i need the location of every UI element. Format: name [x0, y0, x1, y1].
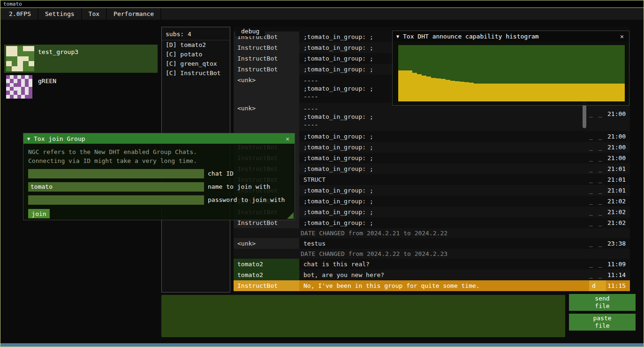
histogram-bin: [559, 84, 563, 101]
message-text: No, I've been in this group for quite so…: [301, 280, 581, 291]
join-window-body: NGC refers to the New DHT enabled Group …: [23, 144, 295, 220]
histogram-bin: [464, 82, 469, 101]
join-name-input[interactable]: [28, 182, 204, 192]
bottom-border-strip: [0, 343, 644, 347]
window-title: tomato: [3, 1, 22, 7]
message-author: InstructBot: [234, 280, 299, 291]
join-window-titlebar[interactable]: ▼ Tox join Group ✕: [23, 133, 295, 144]
menubar: 2.0FPSSettingsToxPerformance: [0, 8, 644, 20]
histogram-bin: [540, 84, 545, 101]
histogram-bin: [611, 84, 615, 101]
histogram-window-titlebar[interactable]: ▼ Tox DHT announce capability histogram …: [393, 31, 629, 41]
histogram-bin: [460, 82, 464, 101]
histogram-bin: [441, 79, 446, 101]
tab-debug[interactable]: debug: [235, 27, 265, 36]
paste-file-button[interactable]: paste file: [569, 314, 636, 331]
histogram-window: ▼ Tox DHT announce capability histogram …: [392, 31, 629, 106]
group-name: test_group3: [38, 48, 78, 55]
message-time: 21:02: [607, 208, 629, 216]
close-icon[interactable]: ✕: [618, 33, 626, 40]
histogram-bin: [492, 84, 497, 101]
chat-message-row[interactable]: tomato2chat is this real?_ _11:09: [234, 259, 630, 270]
message-flags: d: [589, 280, 606, 291]
histogram-bin: [403, 70, 408, 101]
menu-item-tox[interactable]: Tox: [82, 8, 107, 20]
message-time: 21:00: [607, 133, 629, 140]
member-item[interactable]: [D] tomato2: [162, 40, 230, 50]
histogram-bin: [398, 70, 403, 101]
message-time: 21:02: [607, 219, 629, 226]
join-info-line-1: NGC refers to the New DHT enabled Group …: [28, 147, 290, 156]
message-flags: _ _: [589, 219, 606, 226]
resize-grip[interactable]: [287, 212, 294, 219]
message-flags: _ _: [589, 198, 606, 205]
system-message-row[interactable]: DATE CHANGED from 2024.2.21 to 2024.2.22: [234, 228, 630, 238]
message-text: ;tomato_in_group: ;: [301, 131, 581, 142]
chat-message-row[interactable]: tomato2bot, are you new here?_ _11:14: [234, 270, 630, 280]
collapse-arrow-icon[interactable]: ▼: [396, 34, 399, 39]
group-item-gREEN[interactable]: gREEN: [4, 74, 158, 100]
menu-item-performance[interactable]: Performance: [107, 8, 161, 20]
message-text: ;tomato_in_group: ;: [301, 185, 581, 196]
message-time: 21:00: [607, 144, 629, 151]
histogram-window-body: [393, 41, 629, 105]
histogram-bin: [563, 84, 568, 101]
system-message-text: DATE CHANGED from 2024.2.21 to 2024.2.22: [301, 230, 447, 237]
close-icon[interactable]: ✕: [283, 135, 292, 142]
member-item[interactable]: [C] green_qtox: [162, 59, 230, 69]
menu-item-settings[interactable]: Settings: [38, 8, 82, 20]
chat-id-input[interactable]: [28, 169, 204, 178]
histogram-bin: [431, 78, 436, 101]
histogram-bin: [620, 84, 625, 101]
message-flags: _ _: [589, 133, 606, 140]
histogram-bin: [592, 84, 597, 101]
histogram-bin: [549, 84, 554, 101]
message-time: 21:00: [607, 154, 629, 162]
histogram-bin: [450, 81, 455, 101]
message-flags: _ _: [589, 144, 606, 151]
send-file-button[interactable]: send file: [569, 294, 636, 311]
system-message-row[interactable]: DATE CHANGED from 2024.2.22 to 2024.2.23: [234, 249, 630, 259]
histogram-bin: [521, 84, 526, 101]
chat-message-row[interactable]: InstructBotNo, I've been in this group f…: [234, 280, 630, 291]
titlebar: tomato: [0, 0, 644, 8]
chat-id-label: chat ID: [208, 170, 234, 177]
histogram-bin: [577, 84, 582, 101]
message-input[interactable]: [161, 295, 565, 337]
join-button[interactable]: join: [28, 209, 50, 218]
histogram-bin: [488, 84, 492, 101]
message-text: testus: [301, 238, 581, 249]
message-author: InstructBot: [234, 64, 299, 75]
message-time: 11:15: [607, 282, 629, 289]
histogram-bin: [412, 73, 417, 101]
histogram-bin: [426, 77, 431, 101]
histogram-bin: [478, 84, 483, 101]
histogram-bin: [582, 84, 587, 101]
message-flags: _ _: [589, 154, 606, 162]
message-flags: _ _: [589, 187, 606, 194]
member-item[interactable]: [C] potato: [162, 50, 230, 59]
histogram-chart: [398, 45, 625, 101]
message-time: 21:01: [607, 187, 629, 194]
collapse-arrow-icon[interactable]: ▼: [27, 136, 30, 141]
chat-message-row[interactable]: <unk>---- ;tomato_in_group: ; ----_ _21:…: [234, 103, 630, 131]
message-flags: _ _: [589, 240, 606, 247]
histogram-bin: [554, 84, 559, 101]
histogram-bin: [422, 76, 426, 101]
message-flags: _ _: [589, 110, 606, 117]
message-author: <unk>: [234, 103, 299, 131]
histogram-bin: [535, 84, 540, 101]
group-item-test_group3[interactable]: test_group3: [4, 45, 158, 73]
message-time: 11:14: [607, 271, 629, 278]
join-window-title: Tox join Group: [34, 135, 283, 142]
message-flags: _ _: [589, 261, 606, 268]
message-text: ;tomato_in_group: ;: [301, 217, 581, 228]
histogram-bin: [587, 84, 592, 101]
join-password-input[interactable]: [28, 195, 204, 205]
histogram-bin: [568, 84, 573, 101]
histogram-bin: [436, 78, 441, 101]
join-name-label: name to join with: [208, 183, 270, 190]
member-item[interactable]: [C] InstructBot: [162, 69, 230, 78]
chat-message-row[interactable]: <unk>testus_ _23:38: [234, 238, 630, 249]
fps-counter: 2.0FPS: [2, 8, 38, 20]
